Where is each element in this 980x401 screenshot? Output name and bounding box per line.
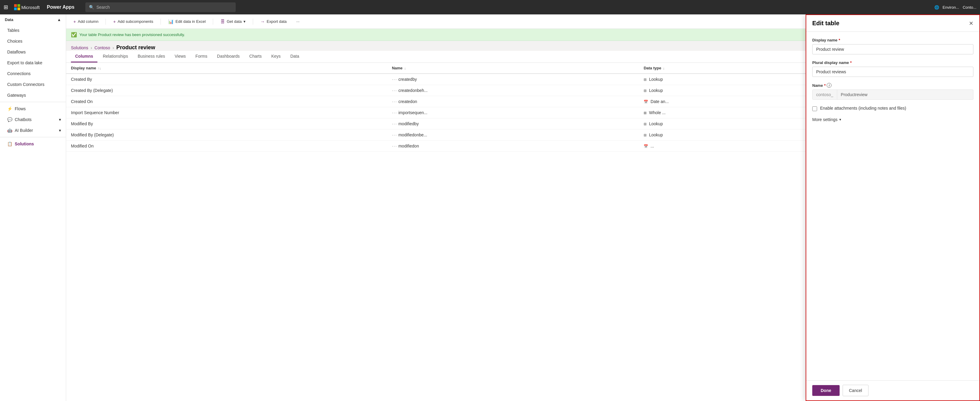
env-label: Environ...	[943, 5, 959, 10]
close-panel-button[interactable]: ✕	[969, 20, 974, 27]
sidebar-divider-2	[0, 137, 66, 137]
cell-display-name: Created By	[66, 74, 387, 85]
sidebar-item-export-data-lake[interactable]: Export to data lake	[0, 57, 66, 68]
cell-display-name: Import Sequence Number	[66, 107, 387, 118]
sort-name-icon[interactable]: ↓	[404, 67, 406, 70]
cell-data-type: ⊞ Lookup	[639, 118, 832, 130]
tab-keys[interactable]: Keys	[267, 51, 285, 62]
display-name-input[interactable]	[812, 44, 974, 54]
edit-data-excel-button[interactable]: 📊 Edit data in Excel	[165, 18, 208, 25]
sidebar-item-flows[interactable]: ⚡ Flows	[0, 103, 66, 114]
sidebar-item-label: Export to data lake	[7, 60, 42, 65]
get-data-label: Get data	[227, 19, 242, 24]
cell-name: ··· importsequen...	[387, 107, 639, 118]
export-data-button[interactable]: → Export data	[258, 18, 289, 25]
more-options-button[interactable]: ···	[294, 18, 302, 25]
sidebar-data-section[interactable]: Data ▲	[0, 14, 66, 25]
col-header-data-type[interactable]: Data type ↓	[639, 63, 832, 74]
chatbots-icon: 💬	[7, 117, 12, 122]
sidebar-item-choices[interactable]: Choices	[0, 36, 66, 46]
row-options-icon[interactable]: ···	[392, 121, 398, 126]
name-input-combined: contoso_ Productreview	[812, 89, 974, 100]
breadcrumb-sep-1: ›	[91, 45, 92, 50]
add-subcomponents-button[interactable]: + Add subcomponents	[111, 18, 156, 25]
sidebar-item-label: Choices	[7, 39, 22, 44]
ellipsis-icon: ···	[296, 19, 300, 24]
success-message: Your table Product review has been provi…	[80, 32, 185, 37]
cell-data-type: ⊞ Lookup	[639, 85, 832, 96]
tab-columns[interactable]: Columns	[71, 51, 97, 62]
cell-display-name: Created On	[66, 96, 387, 107]
col-header-name[interactable]: Name ↓	[387, 63, 639, 74]
row-options-icon[interactable]: ···	[392, 99, 398, 104]
sidebar-item-label: Flows	[15, 106, 26, 111]
add-subcomponents-label: Add subcomponents	[118, 19, 153, 24]
plural-display-name-input[interactable]	[812, 67, 974, 77]
top-nav: ⊞ Microsoft Power Apps 🔍 🌐 Environ... Co…	[0, 0, 980, 14]
enable-attachments-checkbox[interactable]	[812, 106, 817, 111]
display-name-label: Display name *	[812, 38, 974, 42]
tab-forms[interactable]: Forms	[191, 51, 212, 62]
add-icon: +	[73, 19, 76, 24]
enable-attachments-group: Enable attachments (including notes and …	[812, 106, 974, 111]
search-bar[interactable]: 🔍	[85, 2, 236, 12]
lookup-icon: ⊞	[644, 89, 647, 93]
cell-data-type: 📅 Date an...	[639, 96, 832, 107]
sort-display-name-icon[interactable]: ↑↓	[98, 67, 101, 70]
toolbar-sep-1	[105, 19, 106, 25]
cell-data-type: 📅 ...	[639, 141, 832, 152]
cell-name: ··· createdby	[387, 74, 639, 85]
done-button[interactable]: Done	[812, 385, 840, 396]
success-check-icon: ✅	[71, 32, 77, 38]
cell-name: ··· createdon	[387, 96, 639, 107]
sidebar-item-custom-connectors[interactable]: Custom Connectors	[0, 79, 66, 90]
add-subcomponents-icon: +	[113, 19, 116, 24]
get-data-button[interactable]: 🗄 Get data ▾	[218, 18, 248, 25]
waffle-icon[interactable]: ⊞	[3, 4, 8, 11]
more-settings-label: More settings	[812, 117, 837, 122]
name-suffix: Productreview	[837, 90, 871, 100]
cell-data-type: ⊞ Lookup	[639, 130, 832, 141]
row-options-icon[interactable]: ···	[392, 144, 398, 148]
sidebar-item-label: Connections	[7, 71, 31, 76]
sidebar-item-tables[interactable]: Tables	[0, 25, 66, 36]
breadcrumb-solutions[interactable]: Solutions	[71, 45, 88, 50]
ms-logo-squares	[14, 4, 20, 10]
sidebar-item-chatbots[interactable]: 💬 Chatbots ▾	[0, 114, 66, 125]
tab-business-rules[interactable]: Business rules	[134, 51, 169, 62]
row-options-icon[interactable]: ···	[392, 133, 398, 137]
sidebar-item-connections[interactable]: Connections	[0, 68, 66, 79]
solutions-icon: 📋	[7, 141, 12, 146]
sidebar-item-label: AI Builder	[15, 128, 33, 133]
name-label: Name * i	[812, 83, 974, 88]
sidebar: Data ▲ Tables Choices Dataflows Export t…	[0, 14, 66, 401]
date-icon: 📅	[644, 144, 648, 148]
tab-data[interactable]: Data	[286, 51, 304, 62]
sidebar-item-solutions[interactable]: 📋 Solutions	[0, 138, 66, 149]
sidebar-item-ai-builder[interactable]: 🤖 AI Builder ▾	[0, 125, 66, 136]
more-settings-section[interactable]: More settings ▾	[812, 117, 974, 122]
sidebar-item-gateways[interactable]: Gateways	[0, 90, 66, 101]
cancel-button[interactable]: Cancel	[843, 385, 869, 396]
date-icon: 📅	[644, 100, 648, 104]
col-header-display-name[interactable]: Display name ↑↓	[66, 63, 387, 74]
sidebar-item-dataflows[interactable]: Dataflows	[0, 46, 66, 57]
display-name-group: Display name *	[812, 38, 974, 54]
enable-attachments-label[interactable]: Enable attachments (including notes and …	[820, 106, 906, 111]
globe-icon: 🌐	[934, 5, 939, 10]
toolbar-sep-2	[161, 19, 161, 25]
cell-name: ··· modifiedonbe...	[387, 130, 639, 141]
row-options-icon[interactable]: ···	[392, 77, 398, 82]
row-options-icon[interactable]: ···	[392, 88, 398, 93]
tab-relationships[interactable]: Relationships	[99, 51, 132, 62]
row-options-icon[interactable]: ···	[392, 110, 398, 115]
tab-charts[interactable]: Charts	[245, 51, 266, 62]
search-input[interactable]	[97, 5, 232, 10]
sort-data-type-icon[interactable]: ↓	[663, 67, 665, 70]
tab-views[interactable]: Views	[170, 51, 190, 62]
add-column-button[interactable]: + Add column	[71, 18, 101, 25]
info-icon[interactable]: i	[827, 83, 832, 88]
tab-dashboards[interactable]: Dashboards	[213, 51, 244, 62]
ai-builder-icon: 🤖	[7, 128, 12, 133]
breadcrumb-contoso[interactable]: Contoso	[94, 45, 110, 50]
